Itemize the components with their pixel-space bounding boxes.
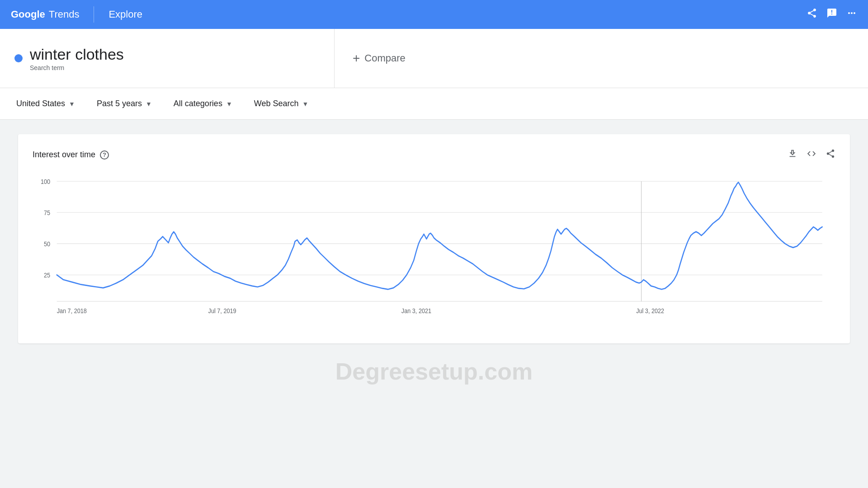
chart-title: Interest over time [33,150,95,160]
location-filter[interactable]: United States ▼ [14,95,77,112]
header-divider [94,6,94,23]
location-chevron-icon: ▼ [69,100,75,108]
search-term-box[interactable]: winter clothes Search term [0,29,335,88]
svg-text:Jul 3, 2022: Jul 3, 2022 [636,308,664,315]
categories-chevron-icon: ▼ [226,100,232,108]
search-type-filter[interactable]: Web Search ▼ [252,95,311,112]
chart-share-icon[interactable] [826,149,835,161]
trends-text: Trends [49,9,80,20]
search-term-label: Search term [30,64,124,71]
chart-title-row: Interest over time ? [33,150,109,160]
watermark: Degreesetup.com [18,358,850,385]
chart-header: Interest over time ? [33,149,835,161]
download-icon[interactable] [788,149,797,161]
chart-container: 100 75 50 25 Jan 7, 2018 Jul 7, 2019 [33,172,835,325]
google-trends-logo: Google Trends [11,9,79,20]
location-label: United States [16,99,65,108]
search-section: winter clothes Search term + Compare [0,29,868,88]
app-header: Google Trends Explore [0,0,868,29]
google-text: Google [11,9,45,20]
feedback-icon[interactable] [826,8,837,21]
search-type-label: Web Search [254,99,299,108]
search-dot [14,54,23,62]
svg-text:Jul 7, 2019: Jul 7, 2019 [208,308,236,315]
compare-box[interactable]: + Compare [335,29,868,88]
apps-icon[interactable] [846,8,857,21]
compare-plus-icon: + [353,51,360,66]
share-icon[interactable] [807,8,817,21]
svg-text:Jan 3, 2021: Jan 3, 2021 [401,308,431,315]
svg-text:100: 100 [41,178,50,185]
search-type-chevron-icon: ▼ [302,100,308,108]
svg-text:50: 50 [44,240,50,248]
svg-text:25: 25 [44,272,50,279]
search-term-name: winter clothes [30,46,124,63]
svg-text:75: 75 [44,209,50,216]
search-term-text: winter clothes Search term [30,46,124,71]
help-icon[interactable]: ? [100,150,109,160]
embed-icon[interactable] [807,149,816,161]
time-range-chevron-icon: ▼ [146,100,152,108]
svg-text:Jan 7, 2018: Jan 7, 2018 [57,308,87,315]
time-range-filter[interactable]: Past 5 years ▼ [95,95,154,112]
categories-filter[interactable]: All categories ▼ [172,95,234,112]
content-area: Interest over time ? 100 [0,120,868,399]
trend-chart: 100 75 50 25 Jan 7, 2018 Jul 7, 2019 [33,172,835,325]
explore-label: Explore [108,9,142,20]
search-row: winter clothes Search term + Compare [0,29,868,88]
compare-label: Compare [364,52,405,64]
interest-over-time-card: Interest over time ? 100 [18,134,850,343]
filters-row: United States ▼ Past 5 years ▼ All categ… [0,88,868,120]
chart-actions [788,149,835,161]
categories-label: All categories [174,99,222,108]
header-actions [807,8,857,21]
time-range-label: Past 5 years [97,99,142,108]
